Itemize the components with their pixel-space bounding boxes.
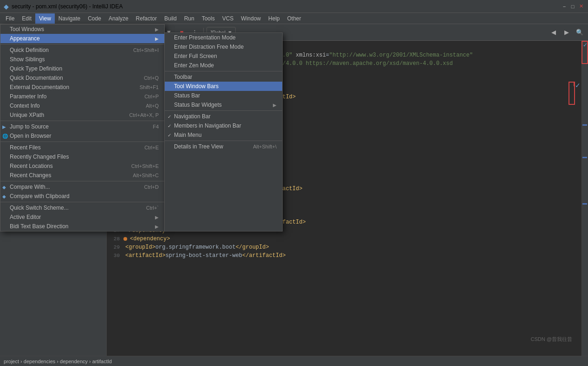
nav-prev-button[interactable]: ◀ bbox=[548, 27, 559, 38]
menu-build[interactable]: Build bbox=[161, 13, 181, 24]
menu-main-menu[interactable]: ✓ Main Menu bbox=[165, 130, 282, 140]
menu-navigation-bar[interactable]: ✓ Navigation Bar bbox=[165, 112, 282, 121]
menu-active-editor[interactable]: Active Editor ▶ bbox=[0, 212, 164, 222]
menu-sep3 bbox=[0, 141, 164, 142]
menu-tool-windows[interactable]: Tool Windows ▶ bbox=[0, 25, 164, 34]
menu-parameter-info[interactable]: Parameter Info Ctrl+P bbox=[0, 92, 164, 101]
menu-zen-mode[interactable]: Enter Zen Mode bbox=[165, 61, 282, 70]
menu-status-bar-widgets[interactable]: Status Bar Widgets ▶ bbox=[165, 100, 282, 109]
menus-container: Tool Windows ▶ Appearance ▶ Quick Defini… bbox=[0, 24, 283, 231]
title-bar-left: ◆ security - pom.xml (security06) - Inte… bbox=[4, 3, 123, 10]
editor-line: 29 <groupId>org.springframework.boot</gr… bbox=[107, 243, 582, 251]
search-everywhere-button[interactable]: 🔍 bbox=[574, 27, 585, 38]
compare-icon: ◆ bbox=[2, 185, 6, 190]
appearance-sep2 bbox=[165, 110, 282, 111]
gutter-marker-1 bbox=[582, 124, 587, 126]
error-tick1 bbox=[574, 83, 574, 86]
menu-help[interactable]: Help bbox=[265, 13, 284, 24]
menu-tools[interactable]: Tools bbox=[198, 13, 219, 24]
menu-recent-files[interactable]: Recent Files Ctrl+E bbox=[0, 143, 164, 152]
menu-run[interactable]: Run bbox=[181, 13, 198, 24]
menu-jump-to-source[interactable]: ▶ Jump to Source F4 bbox=[0, 122, 164, 131]
breadcrumb: project › dependencies › dependency › ar… bbox=[4, 359, 112, 364]
menu-compare-with[interactable]: ◆ Compare With... Ctrl+D bbox=[0, 182, 164, 192]
menu-vcs[interactable]: VCS bbox=[219, 13, 238, 24]
gutter-marker-2 bbox=[582, 157, 587, 158]
browser-icon: 🌐 bbox=[2, 134, 8, 139]
menu-window[interactable]: Window bbox=[237, 13, 265, 24]
maximize-button[interactable]: □ bbox=[569, 3, 576, 10]
menu-sep4 bbox=[0, 181, 164, 181]
menu-code[interactable]: Code bbox=[84, 13, 105, 24]
menu-quick-type-def[interactable]: Quick Type Definition bbox=[0, 64, 164, 73]
check-icon: ✓ bbox=[168, 133, 171, 138]
editor-line: 30 <artifactId>spring-boot-starter-web</… bbox=[107, 251, 582, 260]
menu-refactor[interactable]: Refactor bbox=[132, 13, 161, 24]
status-bar: project › dependencies › dependency › ar… bbox=[0, 356, 588, 366]
menu-unique-xpath[interactable]: Unique XPath Ctrl+Alt+X, P bbox=[0, 110, 164, 120]
gutter-ok-icon: ✓ bbox=[583, 42, 588, 48]
view-menu-panel: Tool Windows ▶ Appearance ▶ Quick Defini… bbox=[0, 24, 165, 231]
gutter-marker-3 bbox=[582, 203, 587, 205]
menu-quick-switch[interactable]: Quick Switch Scheme... Ctrl+` bbox=[0, 203, 164, 212]
inspection-ok-icon: ✓ bbox=[575, 82, 581, 89]
run-indicator bbox=[123, 237, 127, 241]
editor-line: 28 <dependency> bbox=[107, 235, 582, 243]
menu-show-siblings[interactable]: Show Siblings bbox=[0, 55, 164, 64]
menu-recently-changed[interactable]: Recently Changed Files bbox=[0, 152, 164, 161]
right-gutter: ✓ bbox=[582, 41, 588, 356]
menu-presentation-mode[interactable]: Enter Presentation Mode bbox=[165, 33, 282, 42]
menu-external-doc[interactable]: External Documentation Shift+F1 bbox=[0, 83, 164, 92]
menu-sep bbox=[0, 44, 164, 45]
menu-toolbar[interactable]: Toolbar bbox=[165, 72, 282, 82]
menu-other[interactable]: Other bbox=[284, 13, 305, 24]
menu-compare-clipboard[interactable]: ◆ Compare with Clipboard bbox=[0, 192, 164, 201]
menu-open-in-browser[interactable]: 🌐 Open in Browser bbox=[0, 131, 164, 141]
menu-analyze[interactable]: Analyze bbox=[105, 13, 132, 24]
check-icon: ✓ bbox=[168, 114, 171, 119]
menu-recent-locations[interactable]: Recent Locations Ctrl+Shift+E bbox=[0, 161, 164, 171]
menu-full-screen[interactable]: Enter Full Screen bbox=[165, 51, 282, 61]
menu-members-nav-bar[interactable]: ✓ Members in Navigation Bar bbox=[165, 121, 282, 130]
menu-status-bar[interactable]: Status Bar bbox=[165, 91, 282, 100]
appearance-panel: Enter Presentation Mode Enter Distractio… bbox=[164, 32, 283, 231]
title-bar: ◆ security - pom.xml (security06) - Inte… bbox=[0, 0, 588, 13]
menu-edit[interactable]: Edit bbox=[18, 13, 35, 24]
menu-quick-doc[interactable]: Quick Documentation Ctrl+Q bbox=[0, 73, 164, 83]
menu-tool-window-bars[interactable]: Tool Window Bars bbox=[165, 82, 282, 91]
menu-distraction-free[interactable]: Enter Distraction Free Mode bbox=[165, 42, 282, 51]
appearance-sep1 bbox=[165, 71, 282, 71]
menu-bidi[interactable]: Bidi Text Base Direction ▶ bbox=[0, 222, 164, 231]
menu-recent-changes[interactable]: Recent Changes Alt+Shift+C bbox=[0, 171, 164, 180]
menu-bar: File Edit View Navigate Code Analyze Ref… bbox=[0, 13, 588, 24]
watermark: CSDN @昔我往昔 bbox=[531, 336, 572, 343]
nav-next-button[interactable]: ▶ bbox=[561, 27, 572, 38]
menu-context-info[interactable]: Context Info Alt+Q bbox=[0, 101, 164, 110]
jump-icon: ▶ bbox=[2, 124, 6, 129]
clipboard-icon: ◆ bbox=[2, 194, 6, 199]
minimize-button[interactable]: − bbox=[561, 3, 568, 10]
menu-sep2 bbox=[0, 121, 164, 121]
menu-quick-definition[interactable]: Quick Definition Ctrl+Shift+I bbox=[0, 45, 164, 55]
close-button[interactable]: ✕ bbox=[578, 3, 584, 10]
menu-sep5 bbox=[0, 202, 164, 202]
menu-file[interactable]: File bbox=[2, 13, 18, 24]
menu-appearance[interactable]: Appearance ▶ bbox=[0, 34, 164, 43]
menu-navigate[interactable]: Navigate bbox=[55, 13, 84, 24]
title-text: security - pom.xml (security06) - Intell… bbox=[12, 3, 123, 10]
title-bar-controls: − □ ✕ bbox=[561, 3, 584, 10]
menu-details-tree[interactable]: Details in Tree View Alt+Shift+\ bbox=[165, 142, 282, 151]
appearance-sep3 bbox=[165, 141, 282, 141]
menu-view[interactable]: View bbox=[35, 13, 55, 24]
check-icon: ✓ bbox=[168, 123, 171, 128]
